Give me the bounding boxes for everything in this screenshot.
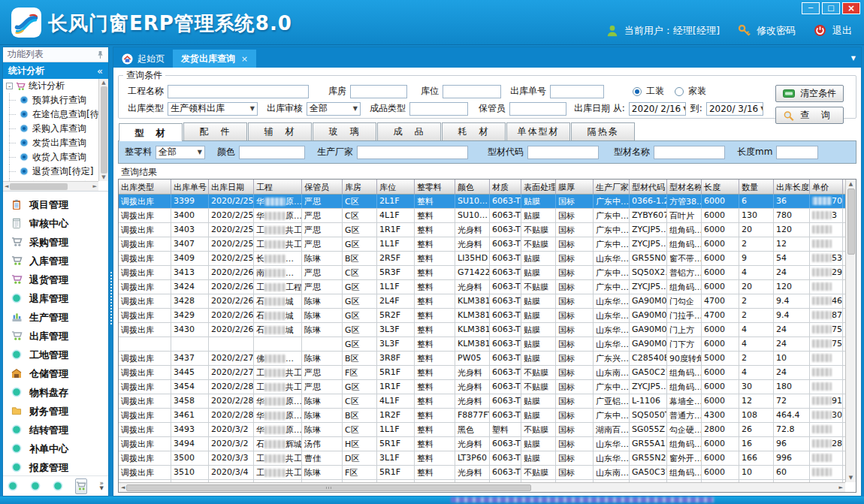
column-header[interactable]: 材质 <box>490 180 521 194</box>
column-header[interactable]: 长度 <box>702 180 739 194</box>
material-tab[interactable]: 型 材 <box>119 123 183 141</box>
logout-link[interactable]: 退出 <box>832 24 852 38</box>
table-row[interactable]: 调拨出库34092020/2/25长…陈琳B区2R5F整料LI35HD6063-… <box>119 252 845 266</box>
footer-overflow-button[interactable]: » ▼ <box>99 481 104 491</box>
tree-root[interactable]: - 统计分析 <box>3 79 108 93</box>
tree-item[interactable]: 预算执行查询 <box>3 93 108 107</box>
table-vertical-scrollbar[interactable]: ▲ ▼ <box>845 180 856 482</box>
column-header[interactable]: 工程 <box>254 180 302 194</box>
filter-select[interactable]: 全部▼ <box>156 146 205 159</box>
query-input[interactable] <box>443 85 501 98</box>
material-tab[interactable]: 玻 璃 <box>313 122 376 140</box>
tree-item[interactable]: 收货入库查询 <box>3 150 108 164</box>
tree-item[interactable]: 采购入库查询 <box>3 122 108 136</box>
pin-icon[interactable] <box>97 50 104 59</box>
table-row[interactable]: 调拨出库34292020/2/26石城陈琳G区5R2F整料KLM38176063… <box>119 309 845 323</box>
sidebar-menu-item[interactable]: 报废管理 <box>3 458 108 475</box>
table-row[interactable]: 调拨出库34942020/3/2石辉城汤伟H区5R1F整料光身料6063-T5贴… <box>119 437 845 451</box>
sidebar-menu-item[interactable]: 补单中心 <box>3 439 108 458</box>
scroll-thumb[interactable] <box>10 183 67 190</box>
sidebar-menu-item[interactable]: 退库管理 <box>3 289 108 308</box>
tab-close-icon[interactable]: × <box>241 54 248 64</box>
column-header[interactable]: 型材名称 <box>667 180 702 194</box>
filter-input[interactable] <box>776 146 818 159</box>
table-row[interactable]: 调拨出库34582020/2/28华原…陈琳C区4L1F整料光身料6063-T5… <box>119 394 845 409</box>
table-row[interactable]: 调拨出库34132020/2/26南…严思C区5R3F整料G714226063-… <box>119 266 845 280</box>
minimize-button[interactable]: ─ <box>802 2 820 14</box>
sidebar-menu-item[interactable]: 财务管理 <box>3 402 108 421</box>
query-input[interactable] <box>550 85 604 98</box>
table-row[interactable]: 调拨出库34002020/2/25华原…严思C区4L1F整料SU10…6063-… <box>119 209 845 223</box>
circle-icon[interactable] <box>53 481 63 491</box>
column-header[interactable]: 生产厂家 <box>594 180 630 194</box>
column-header[interactable]: 保管员 <box>302 180 343 194</box>
sidebar-menu-item[interactable]: 采购管理 <box>3 233 108 252</box>
sidebar-menu-item[interactable]: 物料盘存 <box>3 383 108 402</box>
tree-item[interactable]: 退货查询[待定] <box>3 164 108 179</box>
table-row[interactable]: 调拨出库34032020/2/25工共工程严思G区1R1F整料光身料6063-T… <box>119 223 845 237</box>
filter-input[interactable] <box>239 146 305 159</box>
filter-input[interactable] <box>527 146 599 159</box>
sidebar-menu-item[interactable]: 生产管理 <box>3 308 108 327</box>
material-tab[interactable]: 辅 材 <box>248 122 312 140</box>
table-row[interactable]: 调拨出库34072020/2/25工共工程严思G区1L1F整料光身料6063-T… <box>119 237 845 252</box>
query-select[interactable]: 2020/ 3/16▼ <box>706 102 763 116</box>
query-input[interactable] <box>509 102 566 116</box>
query-select[interactable]: 生产领料出库▼ <box>168 102 258 116</box>
column-header[interactable]: 单价 <box>810 180 843 194</box>
maximize-button[interactable]: □ <box>822 2 840 14</box>
column-header[interactable]: 颜色 <box>455 180 490 194</box>
tree-vertical-scrollbar[interactable]: ▲ ▼ <box>98 79 108 181</box>
tree-item[interactable]: 发货出库查询 <box>3 136 108 150</box>
query-select[interactable]: 全部▼ <box>307 102 361 116</box>
query-select[interactable]: 2020/ 2/16▼ <box>629 102 686 116</box>
column-header[interactable]: 膜厚 <box>556 180 594 194</box>
scroll-left-icon[interactable]: ◄ <box>121 484 125 490</box>
material-tab[interactable]: 成 品 <box>377 122 441 140</box>
sidebar-menu-item[interactable]: 入库管理 <box>3 252 108 270</box>
tree-item[interactable]: 在途信息查询[待 <box>3 107 108 122</box>
scroll-up-icon[interactable]: ▲ <box>101 80 105 86</box>
footer-cart-button[interactable] <box>75 478 87 494</box>
table-row[interactable]: 调拨出库34452020/2/27工共工程严思F区5R1F整料光身料6063-T… <box>119 366 845 380</box>
scroll-left-icon[interactable]: ◄ <box>5 183 8 189</box>
column-header[interactable]: 出库长度 <box>774 180 810 194</box>
table-row[interactable]: 调拨出库34372020/2/27佛…陈琳B区3R8F整料PW056063-T5… <box>119 352 845 366</box>
table-row[interactable]: 调拨出库33992020/2/25华原…严思C区2L1F整料SU10…6063-… <box>119 195 845 209</box>
table-horizontal-scrollbar[interactable]: ◄ ► <box>119 482 845 492</box>
query-input[interactable] <box>168 85 309 98</box>
column-header[interactable]: 库房 <box>343 180 377 194</box>
column-header[interactable]: 出库单号 <box>171 180 209 194</box>
sidebar-menu-item[interactable]: 工地管理 <box>3 346 108 364</box>
table-row[interactable]: 调拨出库34242020/2/26工工程严思G区1L1F整料光身料6063-T5… <box>119 280 845 294</box>
scroll-down-icon[interactable]: ▼ <box>849 475 853 481</box>
scroll-right-icon[interactable]: ► <box>839 484 843 490</box>
tree-expand-icon[interactable]: - <box>6 83 13 89</box>
table-row[interactable]: 调拨出库34302020/2/26石城陈琳G区3L3F整料KLM38176063… <box>119 323 845 337</box>
column-header[interactable]: 出库日期 <box>209 180 254 194</box>
radio-jiazhuang[interactable] <box>675 87 684 96</box>
column-header[interactable]: 表面处理 <box>521 180 556 194</box>
sidebar-menu-item[interactable]: 审核中心 <box>3 214 108 233</box>
tree-horizontal-scrollbar[interactable]: ◄ ► <box>3 181 98 191</box>
tab-overflow-icon[interactable]: ▼ <box>851 55 856 62</box>
query-input[interactable] <box>350 85 407 98</box>
column-header[interactable]: 数量 <box>739 180 774 194</box>
circle-icon[interactable] <box>8 481 18 491</box>
tab-shipment-outbound-query[interactable]: 发货出库查询 × <box>173 50 256 68</box>
scroll-thumb[interactable] <box>126 484 530 491</box>
table-row[interactable]: 调拨出库34282020/2/26石城陈琳G区2L4F整料KLM38176063… <box>119 294 845 309</box>
sidebar-menu-item[interactable]: 出库管理 <box>3 327 108 346</box>
sidebar-menu-item[interactable]: 退货管理 <box>3 270 108 289</box>
table-row[interactable]: 调拨出库34612020/2/28华原…陈琳B区1R2F整料F8877FT606… <box>119 409 845 423</box>
change-password-link[interactable]: 修改密码 <box>757 24 796 38</box>
search-button[interactable]: 查 询 <box>775 107 844 124</box>
column-header[interactable]: 型材代码 <box>630 180 667 194</box>
filter-input[interactable] <box>654 146 725 159</box>
section-header-statistics[interactable]: 统计分析 « <box>3 62 108 79</box>
sidebar-menu-item[interactable]: 结转管理 <box>3 421 108 439</box>
table-row[interactable]: 调拨出库35002020/3/3工共工程曹佳D区3L1F整料LT3P606063… <box>119 451 845 466</box>
scroll-thumb[interactable] <box>101 86 107 174</box>
close-button[interactable]: × <box>842 2 860 14</box>
circle-icon[interactable] <box>30 481 41 491</box>
